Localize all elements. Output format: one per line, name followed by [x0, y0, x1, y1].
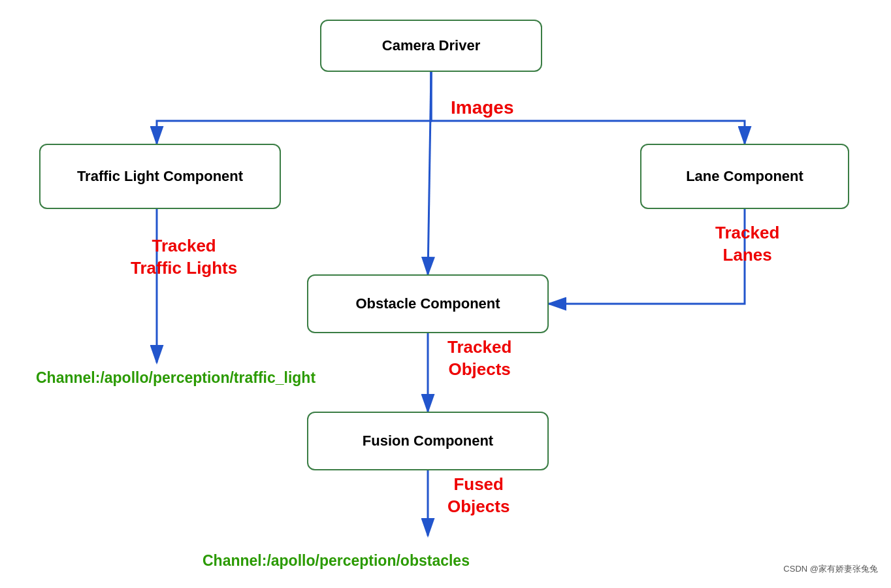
diagram: Camera Driver Traffic Light Component La…	[0, 0, 891, 588]
traffic-light-box: Traffic Light Component	[39, 144, 281, 209]
tracked-objects-label: TrackedObjects	[447, 336, 511, 381]
watermark: CSDN @家有娇妻张兔兔	[783, 563, 878, 575]
tracked-traffic-lights-label: TrackedTraffic Lights	[131, 235, 237, 280]
traffic-light-channel-label: Channel:/apollo/perception/traffic_light	[36, 369, 316, 387]
tracked-lanes-label: TrackedLanes	[715, 222, 779, 267]
svg-line-1	[428, 72, 431, 274]
fusion-component-box: Fusion Component	[307, 412, 549, 470]
lane-component-box: Lane Component	[640, 144, 849, 209]
images-label: Images	[451, 97, 514, 119]
obstacles-channel-label: Channel:/apollo/perception/obstacles	[202, 552, 470, 570]
camera-driver-box: Camera Driver	[320, 20, 542, 72]
obstacle-component-box: Obstacle Component	[307, 274, 549, 333]
fused-objects-label: FusedObjects	[447, 474, 510, 518]
